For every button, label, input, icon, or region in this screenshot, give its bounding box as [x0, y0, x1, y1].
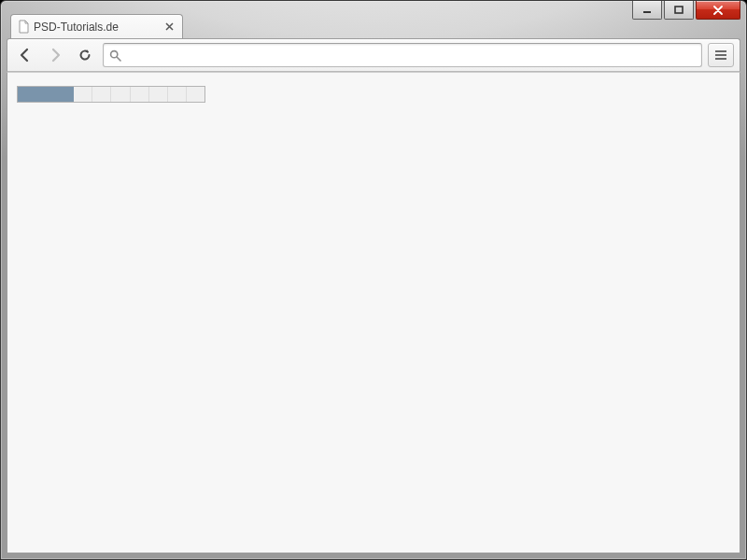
- address-input[interactable]: [127, 49, 696, 63]
- tab-title: PSD-Tutorials.de: [34, 21, 119, 34]
- svg-rect-0: [643, 11, 651, 13]
- progress-meter: [17, 86, 205, 103]
- close-tab-button[interactable]: [163, 21, 175, 33]
- browser-tab[interactable]: PSD-Tutorials.de: [10, 14, 183, 38]
- minimize-icon: [642, 6, 652, 15]
- address-bar[interactable]: [103, 43, 702, 67]
- meter-cell: [168, 87, 187, 102]
- svg-rect-5: [715, 58, 726, 60]
- file-icon: [17, 21, 30, 34]
- meter-cell: [74, 87, 92, 102]
- close-icon: [712, 6, 724, 15]
- maximize-button[interactable]: [664, 1, 694, 20]
- close-window-button[interactable]: [696, 1, 740, 20]
- meter-cell: [111, 87, 130, 102]
- svg-rect-1: [675, 7, 683, 13]
- menu-button[interactable]: [708, 43, 734, 67]
- meter-cell: [92, 87, 111, 102]
- viewport: [7, 72, 740, 553]
- browser-window: PSD-Tutorials.de: [0, 0, 747, 560]
- search-icon: [109, 49, 121, 62]
- svg-rect-4: [715, 54, 726, 56]
- meter-cell: [131, 87, 149, 102]
- arrow-right-icon: [48, 48, 63, 63]
- reload-button[interactable]: [73, 43, 97, 67]
- meter-cell: [149, 87, 168, 102]
- hamburger-icon: [714, 49, 727, 61]
- page-body: [7, 73, 740, 553]
- window-controls: [630, 1, 740, 20]
- forward-button[interactable]: [43, 43, 67, 67]
- back-button[interactable]: [13, 43, 37, 67]
- svg-rect-3: [715, 50, 726, 52]
- minimize-button[interactable]: [632, 1, 662, 20]
- meter-fill: [18, 87, 74, 102]
- tab-strip: PSD-Tutorials.de: [10, 14, 183, 38]
- reload-icon: [78, 48, 92, 63]
- close-icon: [165, 22, 174, 31]
- svg-point-2: [111, 50, 118, 57]
- maximize-icon: [674, 6, 684, 15]
- meter-cell: [187, 87, 204, 102]
- browser-toolbar: [7, 38, 740, 72]
- arrow-left-icon: [18, 48, 33, 63]
